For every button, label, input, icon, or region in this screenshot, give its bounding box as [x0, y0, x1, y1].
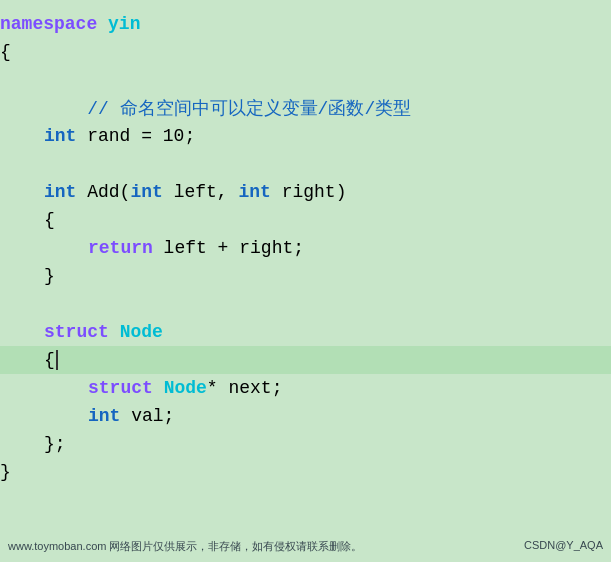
type-int-1: int: [44, 126, 76, 146]
code-line-6: [0, 150, 611, 178]
space4: [153, 378, 164, 398]
right-param: right): [271, 182, 347, 202]
code-line-1: namespace yin: [0, 10, 611, 38]
rand-decl: rand = 10;: [76, 126, 195, 146]
code-line-16: };: [0, 430, 611, 458]
space: [97, 14, 108, 34]
code-line-13: {: [0, 346, 611, 374]
code-line-7: int Add(int left, int right): [0, 178, 611, 206]
watermark-left-text: www.toymoban.com 网络图片仅供展示，非存储，如有侵权请联系删除。: [8, 539, 362, 554]
watermark-right-text: CSDN@Y_AQA: [524, 539, 603, 554]
next-decl: * next;: [207, 378, 283, 398]
left-param: left,: [163, 182, 239, 202]
code-line-17: }: [0, 458, 611, 486]
code-line-10: }: [0, 262, 611, 290]
brace-open-struct: {: [44, 350, 55, 370]
code-line-11: [0, 290, 611, 318]
type-int-5: int: [88, 406, 120, 426]
brace-open: {: [0, 42, 11, 62]
struct-node-ptr: Node: [164, 378, 207, 398]
keyword-namespace: namespace: [0, 14, 97, 34]
code-line-12: struct Node: [0, 318, 611, 346]
code-line-15: int val;: [0, 402, 611, 430]
code-container: namespace yin { // 命名空间中可以定义变量/函数/类型 int…: [0, 0, 611, 562]
return-expr: left + right;: [153, 238, 304, 258]
brace-close-struct: };: [44, 434, 66, 454]
type-int-2: int: [44, 182, 76, 202]
code-line-4: // 命名空间中可以定义变量/函数/类型: [0, 94, 611, 122]
code-line-8: {: [0, 206, 611, 234]
watermark: www.toymoban.com 网络图片仅供展示，非存储，如有侵权请联系删除。…: [0, 539, 611, 554]
struct-node-name: Node: [120, 322, 163, 342]
val-decl: val;: [120, 406, 174, 426]
code-line-14: struct Node* next;: [0, 374, 611, 402]
brace-open-func: {: [44, 210, 55, 230]
code-line-5: int rand = 10;: [0, 122, 611, 150]
space3: [109, 322, 120, 342]
code-line-2: {: [0, 38, 611, 66]
keyword-struct-1: struct: [44, 322, 109, 342]
keyword-struct-2: struct: [88, 378, 153, 398]
code-line-3: [0, 66, 611, 94]
return-keyword: return: [88, 238, 153, 258]
namespace-name: yin: [108, 14, 140, 34]
brace-close-func: }: [44, 266, 55, 286]
type-int-4: int: [238, 182, 270, 202]
type-int-3: int: [130, 182, 162, 202]
comment-line: // 命名空间中可以定义变量/函数/类型: [44, 96, 411, 120]
space2: Add(: [76, 182, 130, 202]
brace-close-namespace: }: [0, 462, 11, 482]
code-line-9: return left + right;: [0, 234, 611, 262]
cursor: [56, 350, 58, 370]
